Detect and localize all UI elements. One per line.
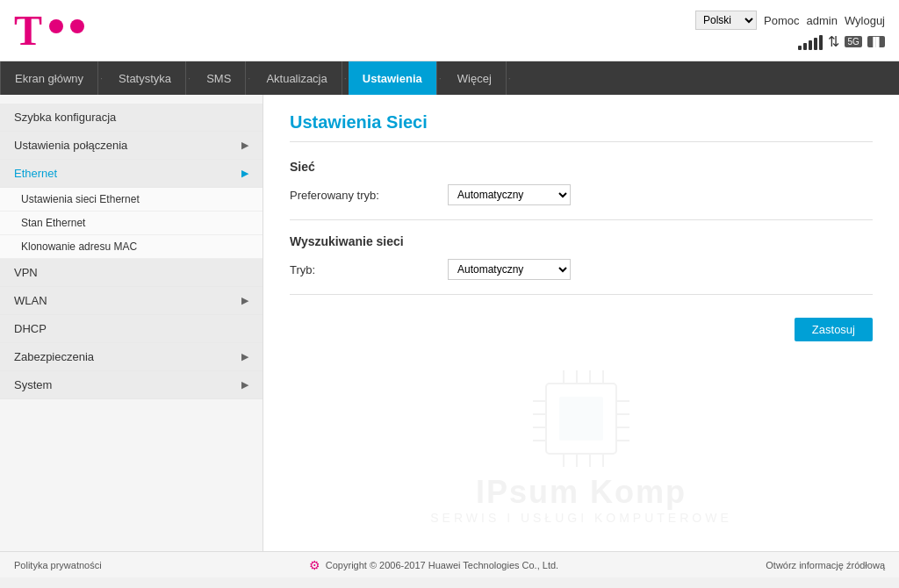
sidebar-item-label: Zabezpieczenia xyxy=(14,350,94,363)
help-link[interactable]: Pomoc xyxy=(764,14,799,27)
sidebar-item-label: System xyxy=(14,378,52,391)
logout-link[interactable]: Wyloguj xyxy=(845,14,885,27)
header-icons: ⇅ 5G ▐▌ xyxy=(798,33,885,50)
mode-select[interactable]: Automatyczny Ręcznie xyxy=(448,259,571,280)
language-select[interactable]: Polski English xyxy=(695,11,757,30)
footer-center: ⚙ Copyright © 2006-2017 Huawei Technolog… xyxy=(309,558,558,572)
chevron-right-icon: ▶ xyxy=(241,168,248,179)
content-area: Ustawienia Sieci Sieć Preferowany tryb: … xyxy=(263,95,899,551)
admin-label: admin xyxy=(806,14,837,27)
sidebar-subitem-mac-clone[interactable]: Klonowanie adresu MAC xyxy=(0,235,263,259)
svg-rect-1 xyxy=(559,397,603,441)
preferred-mode-row: Preferowany tryb: Automatyczny Ręcznie xyxy=(290,184,873,205)
huawei-icon: ⚙ xyxy=(309,558,320,572)
apply-button[interactable]: Zastosuj xyxy=(795,318,873,341)
preferred-mode-label: Preferowany tryb: xyxy=(290,189,448,202)
chevron-right-icon: ▶ xyxy=(241,379,248,391)
logo: T xyxy=(14,10,84,52)
source-link[interactable]: Otwórz informację źródłową xyxy=(766,560,885,570)
sidebar-item-label: WLAN xyxy=(14,294,47,307)
nav-item-more[interactable]: Więcej xyxy=(443,61,507,95)
sidebar-item-label: VPN xyxy=(14,266,38,279)
watermark: IPsum Komp SERWIS I USŁUGI KOMPUTEROWE xyxy=(362,366,801,525)
section-network-title: Sieć xyxy=(290,160,873,174)
main-layout: Szybka konfiguracja Ustawienia połączeni… xyxy=(0,95,899,551)
mode-label: Tryb: xyxy=(290,263,448,276)
chevron-right-icon: ▶ xyxy=(241,295,248,306)
ethernet-submenu: Ustawienia sieci Ethernet Stan Ethernet … xyxy=(0,188,263,259)
network-type-badge: 5G xyxy=(845,36,861,47)
sidebar-item-system[interactable]: System ▶ xyxy=(0,371,263,399)
svg-rect-0 xyxy=(546,384,616,454)
logo-dot-2 xyxy=(70,19,84,33)
privacy-link[interactable]: Polityka prywatności xyxy=(14,560,102,570)
preferred-mode-select[interactable]: Automatyczny Ręcznie xyxy=(448,184,571,205)
nav-item-update[interactable]: Aktualizacja xyxy=(252,61,342,95)
sidebar-item-connection-settings[interactable]: Ustawienia połączenia ▶ xyxy=(0,132,263,160)
page-title: Ustawienia Sieci xyxy=(290,112,873,142)
logo-dots xyxy=(49,19,84,33)
data-transfer-icon: ⇅ xyxy=(828,33,839,50)
nav-item-home[interactable]: Ekran główny xyxy=(0,61,98,95)
header: T Polski English Pomoc admin Wyloguj ⇅ xyxy=(0,0,899,61)
bottom-divider xyxy=(290,294,873,295)
sidebar-item-dhcp[interactable]: DHCP xyxy=(0,315,263,343)
watermark-text: IPsum Komp xyxy=(362,474,801,511)
chevron-right-icon: ▶ xyxy=(241,351,248,362)
sidebar-item-vpn[interactable]: VPN xyxy=(0,259,263,287)
sidebar-subitem-ethernet-settings[interactable]: Ustawienia sieci Ethernet xyxy=(0,188,263,212)
sidebar-item-label: Ethernet xyxy=(14,167,57,180)
logo-dot-1 xyxy=(49,19,63,33)
sidebar-item-security[interactable]: Zabezpieczenia ▶ xyxy=(0,343,263,371)
sidebar-item-ethernet[interactable]: Ethernet ▶ xyxy=(0,160,263,188)
chevron-right-icon: ▶ xyxy=(241,140,248,151)
sidebar-subitem-ethernet-status[interactable]: Stan Ethernet xyxy=(0,212,263,235)
logo-letter: T xyxy=(14,10,42,52)
watermark-logo-icon xyxy=(529,366,634,471)
sidebar-item-label: Szybka konfiguracja xyxy=(14,111,116,124)
watermark-subtitle: SERWIS I USŁUGI KOMPUTEROWE xyxy=(362,511,801,525)
header-top-right: Polski English Pomoc admin Wyloguj xyxy=(695,11,885,30)
section-divider xyxy=(290,219,873,220)
sidebar-item-label: DHCP xyxy=(14,322,47,335)
main-nav: Ekran główny · Statystyka · SMS · Aktual… xyxy=(0,61,899,95)
mode-row: Tryb: Automatyczny Ręcznie xyxy=(290,259,873,280)
sidebar-item-label: Ustawienia połączenia xyxy=(14,139,127,152)
battery-icon: ▐▌ xyxy=(867,36,885,47)
nav-item-stats[interactable]: Statystyka xyxy=(104,61,186,95)
footer: Polityka prywatności ⚙ Copyright © 2006-… xyxy=(0,551,899,577)
nav-item-settings[interactable]: Ustawienia xyxy=(349,61,437,95)
header-right: Polski English Pomoc admin Wyloguj ⇅ 5G … xyxy=(695,11,885,50)
copyright-text: Copyright © 2006-2017 Huawei Technologie… xyxy=(326,560,558,570)
sidebar: Szybka konfiguracja Ustawienia połączeni… xyxy=(0,95,263,551)
nav-item-sms[interactable]: SMS xyxy=(192,61,246,95)
section-search-title: Wyszukiwanie sieci xyxy=(290,234,873,248)
signal-strength-icon xyxy=(798,34,823,50)
sidebar-item-wlan[interactable]: WLAN ▶ xyxy=(0,287,263,315)
sidebar-item-quick-config[interactable]: Szybka konfiguracja xyxy=(0,104,263,132)
